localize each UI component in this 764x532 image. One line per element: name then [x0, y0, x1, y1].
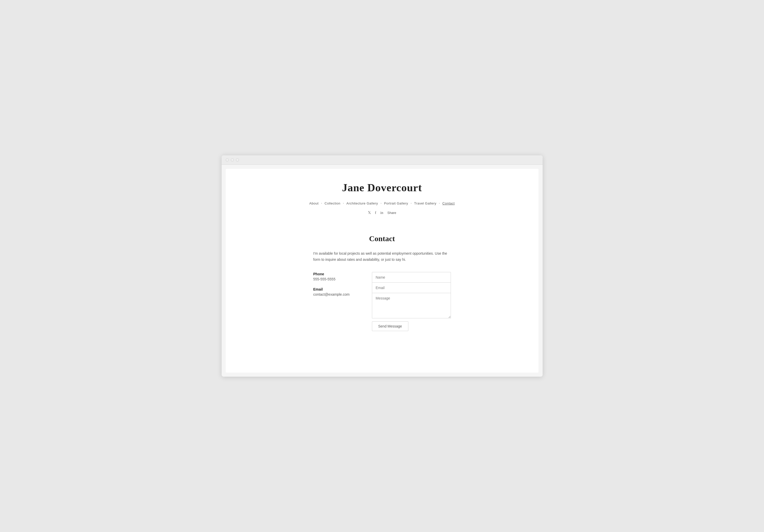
site-header: Jane Dovercourt About • Collection • Arc… — [226, 169, 538, 224]
linkedin-icon[interactable]: in — [380, 211, 383, 215]
maximize-button[interactable] — [236, 158, 239, 161]
email-label: Email — [313, 287, 364, 291]
close-button[interactable] — [226, 158, 229, 161]
minimize-button[interactable] — [231, 158, 234, 161]
nav-item-about[interactable]: About — [309, 201, 318, 205]
name-input[interactable] — [372, 272, 451, 282]
social-bar: 𝕏 f in Share — [231, 210, 533, 215]
twitter-icon[interactable]: 𝕏 — [368, 210, 371, 215]
nav-item-contact[interactable]: Contact — [443, 201, 455, 205]
browser-content: Jane Dovercourt About • Collection • Arc… — [226, 169, 538, 373]
nav-item-collection[interactable]: Collection — [324, 201, 340, 205]
phone-value: 555-555-5555 — [313, 277, 364, 281]
facebook-icon[interactable]: f — [375, 211, 376, 215]
nav-item-travel-gallery[interactable]: Travel Gallery — [414, 201, 436, 205]
browser-chrome — [222, 155, 543, 165]
contact-form: Send Message — [372, 272, 451, 331]
nav-separator-4: • — [411, 202, 412, 205]
nav-separator-1: • — [321, 202, 322, 205]
contact-info: Phone 555-555-5555 Email contact@example… — [313, 272, 364, 302]
nav-separator-2: • — [343, 202, 344, 205]
nav-menu: About • Collection • Architecture Galler… — [231, 201, 533, 205]
nav-separator-5: • — [439, 202, 440, 205]
share-label: Share — [387, 211, 396, 215]
contact-description: I'm available for local projects as well… — [313, 251, 451, 263]
message-textarea[interactable] — [372, 293, 451, 318]
phone-label: Phone — [313, 272, 364, 276]
email-input[interactable] — [372, 282, 451, 293]
contact-page: Contact I'm available for local projects… — [308, 234, 456, 331]
send-message-button[interactable]: Send Message — [372, 321, 408, 331]
email-link[interactable]: contact@example.com — [313, 292, 350, 296]
browser-window: Jane Dovercourt About • Collection • Arc… — [222, 155, 543, 377]
nav-separator-3: • — [381, 202, 382, 205]
email-value: contact@example.com — [313, 292, 364, 296]
contact-page-title: Contact — [313, 234, 451, 243]
submit-row: Send Message — [372, 321, 451, 331]
nav-item-architecture-gallery[interactable]: Architecture Gallery — [346, 201, 378, 205]
contact-layout: Phone 555-555-5555 Email contact@example… — [313, 272, 451, 331]
nav-item-portrait-gallery[interactable]: Portrait Gallery — [384, 201, 408, 205]
site-title: Jane Dovercourt — [231, 182, 533, 194]
